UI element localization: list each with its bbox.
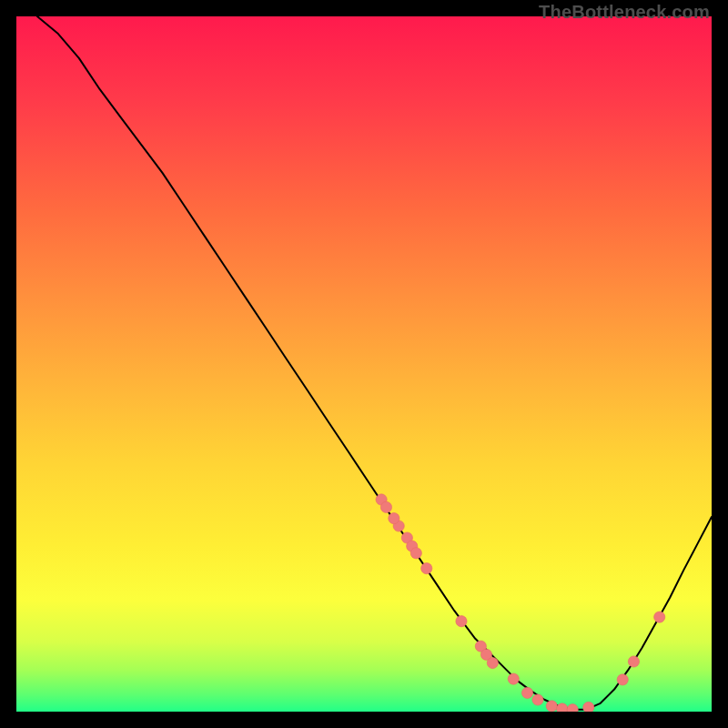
data-points-group [376, 494, 665, 712]
data-point [628, 656, 639, 667]
data-point [521, 687, 532, 698]
data-point [487, 657, 498, 668]
bottleneck-curve [37, 16, 712, 710]
data-point [421, 563, 432, 574]
data-point [532, 694, 543, 705]
data-point [567, 704, 578, 712]
chart-svg [16, 16, 712, 712]
data-point [389, 513, 399, 524]
data-point [380, 501, 391, 512]
curve-path [37, 16, 712, 710]
data-point [583, 702, 594, 712]
watermark-text: TheBottleneck.com [539, 2, 710, 23]
plot-area [16, 16, 712, 712]
data-point [654, 612, 665, 622]
data-point [508, 673, 519, 684]
data-point [456, 616, 467, 627]
data-point [557, 703, 568, 712]
data-point [546, 701, 557, 712]
data-point [410, 548, 421, 559]
data-point [617, 674, 628, 685]
chart-container: TheBottleneck.com [0, 0, 728, 728]
